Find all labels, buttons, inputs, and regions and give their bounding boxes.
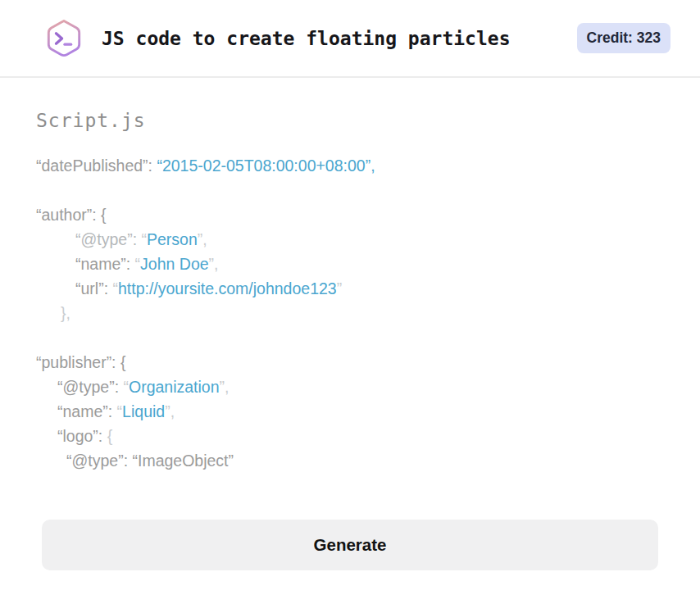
- code-line: “datePublished”: “2015-02-05T08:00:00+08…: [36, 153, 664, 178]
- code-token: “@type”:: [57, 378, 123, 396]
- code-token: Organization: [129, 378, 220, 396]
- code-line: “name”: “Liquid”,: [36, 399, 664, 424]
- code-token: “publisher”: {: [36, 353, 125, 371]
- page: JS code to create floating particles Cre…: [0, 0, 700, 613]
- code-token: “@type”: “ImageObject”: [66, 452, 234, 470]
- code-token: {: [107, 427, 113, 445]
- code-block: “datePublished”: “2015-02-05T08:00:00+08…: [36, 153, 664, 473]
- code-token: ”,: [198, 230, 207, 248]
- code-line: “@type”: “Organization”,: [36, 375, 664, 399]
- code-token: “logo”:: [57, 427, 107, 445]
- code-line: “author”: {: [36, 202, 664, 227]
- code-token: Liquid: [122, 402, 165, 420]
- code-token: “author”: {: [36, 206, 107, 224]
- hexagon-outline: [48, 20, 79, 55]
- main-content: Script.js “datePublished”: “2015-02-05T0…: [0, 110, 700, 570]
- code-line: “publisher”: {: [36, 350, 664, 375]
- prompt-chevron-icon: [56, 33, 61, 43]
- code-token: “datePublished”:: [36, 157, 157, 175]
- code-token: “2015-02-05T08:00:00+08:00”,: [157, 157, 375, 175]
- code-line: “name”: “John Doe”,: [36, 252, 664, 276]
- code-line: “@type”: “Person”,: [36, 227, 664, 252]
- code-line: “logo”: {: [36, 424, 664, 448]
- code-token: },: [61, 304, 70, 322]
- code-token: “@type”:: [75, 230, 141, 248]
- code-token: “url”:: [75, 279, 113, 297]
- code-blank-line: [36, 178, 664, 202]
- code-token: ”: [337, 279, 343, 297]
- code-line: “@type”: “ImageObject”: [36, 448, 664, 473]
- code-token: http://yoursite.com/johndoe123: [118, 279, 337, 297]
- generate-button[interactable]: Generate: [42, 520, 658, 570]
- page-title: JS code to create floating particles: [102, 28, 577, 49]
- code-blank-line: [36, 325, 664, 350]
- code-line: “url”: “http://yoursite.com/johndoe123”: [36, 276, 664, 301]
- code-token: ”,: [165, 402, 175, 420]
- terminal-hexagon-icon: [45, 18, 83, 59]
- code-token: ”,: [220, 378, 230, 396]
- code-token: John Doe: [140, 255, 208, 273]
- file-title: Script.js: [36, 110, 664, 131]
- code-token: “name”:: [75, 255, 135, 273]
- code-line: },: [36, 301, 664, 325]
- header: JS code to create floating particles Cre…: [0, 0, 700, 78]
- code-token: Person: [147, 230, 198, 248]
- code-token: “name”:: [57, 402, 117, 420]
- code-token: ”,: [209, 255, 219, 273]
- credit-badge: Credit: 323: [577, 23, 670, 53]
